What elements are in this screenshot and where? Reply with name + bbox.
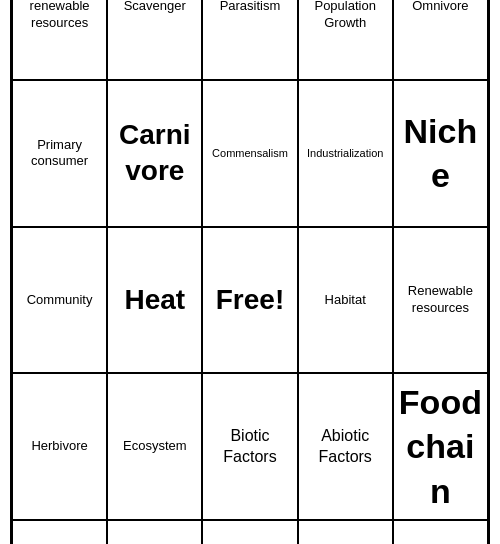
cell-r2-c1: Heat [107, 227, 202, 374]
cell-r4-c0: De-composer [12, 520, 107, 544]
cell-r1-c4: Niche [393, 80, 488, 227]
cell-r3-c1: Ecosystem [107, 373, 202, 520]
cell-r4-c2: Invasive Species [202, 520, 297, 544]
cell-r2-c2: Free! [202, 227, 297, 374]
cell-r3-c3: Abiotic Factors [298, 373, 393, 520]
cell-r3-c0: Herbivore [12, 373, 107, 520]
cell-r1-c3: Industrialization [298, 80, 393, 227]
cell-r0-c4: Omnivore [393, 0, 488, 80]
cell-r4-c4: Carrying Capacity [393, 520, 488, 544]
cell-r1-c2: Commensalism [202, 80, 297, 227]
bingo-card: BINGO Non-renewable resourcesScavengerPa… [10, 0, 490, 544]
cell-r3-c4: Food chain [393, 373, 488, 520]
cell-r1-c0: Primary consumer [12, 80, 107, 227]
cell-r1-c1: Carnivore [107, 80, 202, 227]
cell-r3-c2: Biotic Factors [202, 373, 297, 520]
cell-r4-c1: Population [107, 520, 202, 544]
cell-r0-c2: Parasitism [202, 0, 297, 80]
cell-r2-c4: Renewable resources [393, 227, 488, 374]
bingo-grid: Non-renewable resourcesScavengerParasiti… [12, 0, 488, 544]
cell-r0-c3: Human Population Growth [298, 0, 393, 80]
cell-r0-c0: Non-renewable resources [12, 0, 107, 80]
cell-r2-c0: Community [12, 227, 107, 374]
cell-r2-c3: Habitat [298, 227, 393, 374]
cell-r4-c3: Autotroph [298, 520, 393, 544]
cell-r0-c1: Scavenger [107, 0, 202, 80]
